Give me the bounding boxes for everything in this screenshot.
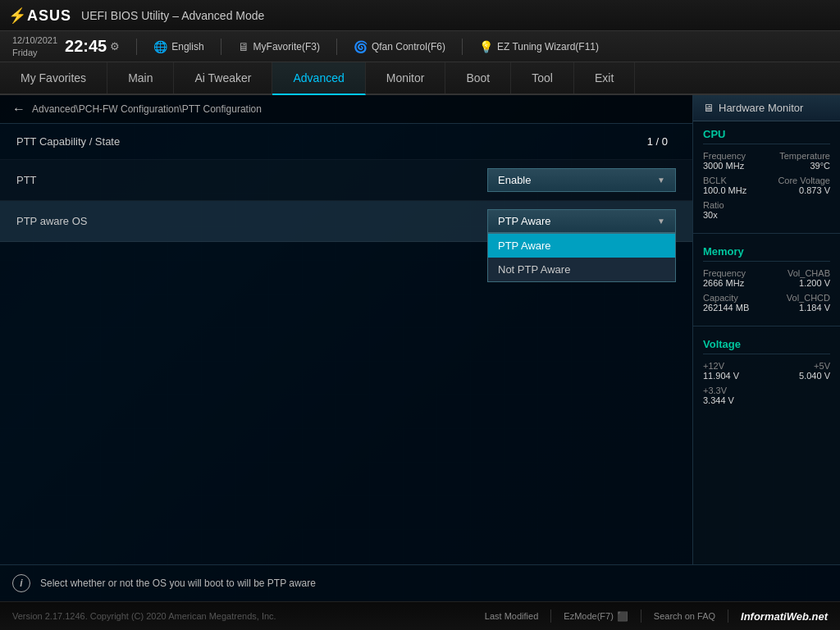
- footer-brand-ext: .net: [809, 610, 828, 623]
- language-label: English: [171, 41, 203, 52]
- cpu-bclk-voltage-row: BCLK 100.0 MHz Core Voltage 0.873 V: [703, 176, 830, 195]
- cpu-section: CPU Frequency 3000 MHz Temperature 39°C …: [693, 121, 840, 228]
- ptt-dropdown[interactable]: Enable ▼: [487, 168, 676, 192]
- search-faq-label: Search on FAQ: [654, 611, 715, 621]
- cpu-corevoltage-value: 0.873 V: [778, 185, 830, 195]
- tab-my-favorites[interactable]: My Favorites: [0, 62, 107, 94]
- ptt-capability-label: PTT Capability / State: [16, 135, 512, 148]
- language-icon: 🌐: [153, 40, 167, 53]
- cpu-ratio-label: Ratio: [703, 200, 724, 210]
- footer-brand-name: InformatiWeb: [741, 610, 809, 623]
- ptt-dropdown-arrow-icon: ▼: [657, 176, 665, 185]
- mem-volchcd-value: 1.184 V: [787, 303, 830, 313]
- toolbar-day: Friday: [12, 47, 57, 58]
- ptp-aware-label: PTP aware OS: [16, 215, 487, 227]
- toolbar: 12/10/2021 Friday 22:45 ⚙ 🌐 English 🖥 My…: [0, 31, 840, 62]
- ptp-dropdown-menu: PTP Aware Not PTP Aware: [487, 233, 676, 282]
- toolbar-separator-3: [336, 39, 337, 55]
- cpu-freq-label: Frequency: [703, 151, 746, 161]
- header-title: UEFI BIOS Utility – Advanced Mode: [81, 9, 832, 22]
- cpu-freq-value: 3000 MHz: [703, 161, 746, 171]
- mem-capacity-volchcd-row: Capacity 262144 MB Vol_CHCD 1.184 V: [703, 293, 830, 313]
- ptt-dropdown-button[interactable]: Enable ▼: [487, 168, 676, 192]
- volt-33v-value: 3.344 V: [703, 395, 734, 405]
- toolbar-qfan[interactable]: 🌀 Qfan Control(F6): [354, 40, 445, 53]
- tab-tool[interactable]: Tool: [511, 62, 574, 94]
- voltage-section-title: Voltage: [703, 338, 830, 354]
- mem-freq-label: Frequency: [703, 268, 746, 278]
- info-text: Select whether or not the OS you will bo…: [40, 578, 316, 589]
- cpu-bclk-value: 100.0 MHz: [703, 185, 746, 195]
- volt-33v-row: +3.3V 3.344 V: [703, 386, 830, 405]
- ez-mode-label: EzMode(F7): [564, 611, 614, 621]
- ptp-option-not-aware[interactable]: Not PTP Aware: [488, 258, 675, 281]
- content-area: ← Advanced\PCH-FW Configuration\PTT Conf…: [0, 95, 692, 564]
- cpu-ratio-row: Ratio 30x: [703, 200, 830, 220]
- ptt-label: PTT: [16, 174, 487, 186]
- toolbar-date: 12/10/2021: [12, 34, 57, 46]
- volt-12v-value: 11.904 V: [703, 371, 739, 381]
- tab-monitor[interactable]: Monitor: [366, 62, 446, 94]
- last-modified-label: Last Modified: [485, 611, 538, 621]
- qfan-label: Qfan Control(F6): [372, 41, 445, 52]
- footer-brand: InformatiWeb.net: [741, 610, 828, 623]
- info-icon: i: [12, 574, 30, 592]
- memory-section: Memory Frequency 2666 MHz Vol_CHAB 1.200…: [693, 239, 840, 321]
- mem-freq-value: 2666 MHz: [703, 278, 746, 288]
- toolbar-separator-1: [136, 39, 137, 55]
- mem-volchcd-label: Vol_CHCD: [787, 293, 830, 303]
- tab-boot[interactable]: Boot: [445, 62, 511, 94]
- eztuning-icon: 💡: [479, 40, 493, 53]
- voltage-section: Voltage +12V 11.904 V +5V 5.040 V +3.3V …: [693, 331, 840, 413]
- setting-row-ptt: PTT Enable ▼: [0, 160, 692, 201]
- toolbar-myfavorite[interactable]: 🖥 MyFavorite(F3): [238, 40, 320, 53]
- hardware-monitor-title: Hardware Monitor: [719, 102, 803, 114]
- mem-volchab-value: 1.200 V: [788, 278, 830, 288]
- memory-voltage-divider: [693, 326, 840, 326]
- mem-capacity-label: Capacity: [703, 293, 749, 303]
- footer-sep-2: [641, 609, 641, 623]
- back-arrow-icon[interactable]: ←: [12, 102, 25, 116]
- last-modified-button[interactable]: Last Modified: [485, 611, 538, 621]
- toolbar-time: 22:45: [65, 37, 107, 56]
- ez-mode-button[interactable]: EzMode(F7) ⬛: [564, 611, 628, 622]
- cpu-memory-divider: [693, 233, 840, 234]
- info-bar: i Select whether or not the OS you will …: [0, 564, 840, 601]
- volt-12v-label: +12V: [703, 361, 739, 371]
- ptp-dropdown[interactable]: PTP Aware ▼ PTP Aware Not PTP Aware: [487, 209, 676, 233]
- tab-exit[interactable]: Exit: [574, 62, 635, 94]
- settings-gear-icon[interactable]: ⚙: [110, 40, 120, 52]
- ptp-dropdown-arrow-icon: ▼: [657, 217, 665, 226]
- setting-row-ptp-aware: PTP aware OS PTP Aware ▼ PTP Aware Not P…: [0, 201, 692, 242]
- volt-33v-label: +3.3V: [703, 386, 734, 395]
- toolbar-language[interactable]: 🌐 English: [153, 40, 203, 53]
- tab-main[interactable]: Main: [107, 62, 174, 94]
- breadcrumb: ← Advanced\PCH-FW Configuration\PTT Conf…: [0, 95, 692, 124]
- footer-version: Version 2.17.1246. Copyright (C) 2020 Am…: [12, 611, 276, 621]
- ptp-dropdown-button[interactable]: PTP Aware ▼: [487, 209, 676, 233]
- tab-advanced[interactable]: Advanced: [272, 62, 365, 95]
- header: ⚡ASUS UEFI BIOS Utility – Advanced Mode: [0, 0, 840, 31]
- ptt-capability-value: 1 / 0: [512, 135, 676, 148]
- mem-capacity-value: 262144 MB: [703, 303, 749, 313]
- cpu-section-title: CPU: [703, 128, 830, 144]
- memory-section-title: Memory: [703, 245, 830, 262]
- ptt-selected-value: Enable: [498, 174, 531, 186]
- asus-logo: ⚡ASUS: [8, 7, 71, 25]
- volt-5v-label: +5V: [799, 361, 830, 371]
- cpu-corevoltage-label: Core Voltage: [778, 176, 830, 185]
- monitor-icon: 🖥: [703, 102, 714, 114]
- toolbar-eztuning[interactable]: 💡 EZ Tuning Wizard(F11): [479, 40, 599, 53]
- settings-table: PTT Capability / State 1 / 0 PTT Enable …: [0, 124, 692, 564]
- mem-volchab-label: Vol_CHAB: [788, 268, 830, 278]
- search-faq-button[interactable]: Search on FAQ: [654, 611, 715, 621]
- ptp-option-aware[interactable]: PTP Aware: [488, 234, 675, 258]
- footer-sep-3: [728, 609, 728, 623]
- ez-mode-icon: ⬛: [617, 611, 628, 622]
- myfavorite-icon: 🖥: [238, 40, 249, 53]
- cpu-temp-value: 39°C: [779, 161, 830, 171]
- tab-ai-tweaker[interactable]: Ai Tweaker: [174, 62, 272, 94]
- volt-5v-value: 5.040 V: [799, 371, 830, 381]
- toolbar-separator-4: [462, 39, 463, 55]
- eztuning-label: EZ Tuning Wizard(F11): [497, 41, 599, 52]
